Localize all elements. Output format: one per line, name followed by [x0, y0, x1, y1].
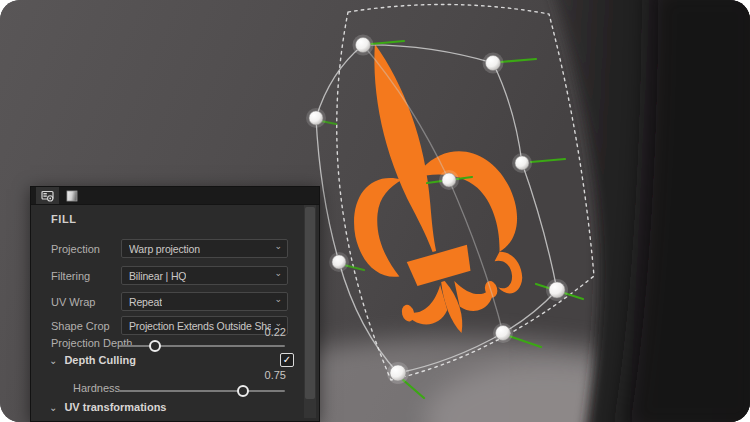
panel-tab-bar	[31, 187, 319, 205]
uv-wrap-dropdown[interactable]: Repeat ⌄	[121, 292, 288, 311]
fill-properties-panel: FILL Projection Warp projection ⌄ Filter…	[30, 186, 320, 422]
warp-control-point[interactable]	[493, 323, 513, 343]
filtering-label: Filtering	[51, 270, 90, 282]
warp-control-point[interactable]	[353, 35, 374, 56]
projection-dropdown[interactable]: Warp projection ⌄	[121, 239, 288, 258]
checkmark-icon: ✓	[283, 354, 291, 365]
warp-control-point[interactable]	[546, 279, 568, 301]
shape-crop-label: Shape Crop	[51, 320, 110, 332]
depth-culling-section-header[interactable]: ⌄Depth Culling	[49, 354, 136, 366]
warp-control-point[interactable]	[306, 108, 326, 128]
chevron-down-icon: ⌄	[274, 294, 282, 304]
warp-control-point[interactable]	[439, 170, 459, 190]
projection-label: Projection	[51, 243, 100, 255]
panel-title: FILL	[51, 213, 77, 225]
shape-crop-value: Projection Extends Outside Shape	[129, 320, 271, 332]
projection-depth-slider[interactable]	[119, 345, 285, 347]
chevron-down-icon: ⌄	[274, 268, 282, 278]
warp-control-point[interactable]	[483, 53, 504, 74]
uv-wrap-value: Repeat	[129, 296, 162, 308]
chevron-down-icon: ⌄	[49, 355, 57, 366]
tab-material-preview[interactable]	[61, 187, 84, 204]
warp-control-point[interactable]	[512, 153, 532, 173]
chevron-down-icon: ⌄	[49, 402, 57, 413]
slider-thumb[interactable]	[237, 385, 249, 397]
tab-projection-settings[interactable]	[36, 187, 59, 204]
hardness-slider[interactable]	[119, 390, 285, 392]
uv-transformations-label: UV transformations	[64, 401, 166, 413]
material-preview-icon	[66, 190, 79, 202]
warp-control-point[interactable]	[329, 252, 349, 272]
projection-depth-label: Projection Depth	[51, 337, 132, 349]
projection-depth-value: 0.22	[265, 326, 286, 338]
hardness-label: Hardness	[73, 382, 120, 394]
chevron-down-icon: ⌄	[274, 241, 282, 251]
projection-settings-icon	[41, 190, 55, 202]
projection-value: Warp projection	[129, 243, 200, 255]
depth-culling-checkbox[interactable]: ✓	[280, 353, 294, 367]
uv-transformations-section-header[interactable]: ⌄UV transformations	[49, 401, 166, 413]
app-window: FILL Projection Warp projection ⌄ Filter…	[0, 0, 750, 422]
filtering-value: Bilinear | HQ	[129, 270, 186, 282]
depth-culling-label: Depth Culling	[64, 354, 136, 366]
warp-control-point[interactable]	[387, 362, 409, 384]
uv-wrap-label: UV Wrap	[51, 296, 95, 308]
slider-thumb[interactable]	[149, 340, 161, 352]
shape-crop-dropdown[interactable]: Projection Extends Outside Shape ⌄	[121, 316, 288, 335]
panel-scrollbar[interactable]	[304, 205, 316, 418]
filtering-dropdown[interactable]: Bilinear | HQ ⌄	[121, 266, 288, 285]
hardness-value: 0.75	[265, 369, 286, 381]
scrollbar-thumb[interactable]	[305, 207, 315, 399]
